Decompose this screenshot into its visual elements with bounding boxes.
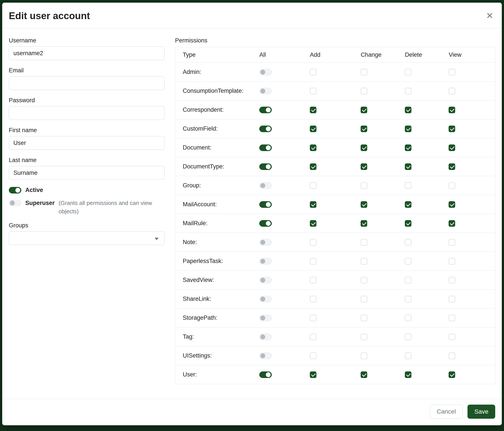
permission-add-checkbox[interactable] bbox=[310, 315, 316, 321]
permission-view-checkbox[interactable] bbox=[449, 371, 455, 378]
permission-all-toggle[interactable] bbox=[259, 258, 272, 265]
permission-change-checkbox[interactable] bbox=[361, 239, 367, 246]
permission-change-checkbox[interactable] bbox=[361, 296, 367, 302]
permission-all-toggle[interactable] bbox=[259, 88, 272, 94]
permission-add-checkbox[interactable] bbox=[310, 277, 316, 283]
permission-delete-checkbox[interactable] bbox=[405, 201, 411, 208]
permission-type-label: Document: bbox=[175, 138, 260, 157]
cancel-button[interactable]: Cancel bbox=[430, 405, 463, 419]
email-field[interactable] bbox=[9, 76, 164, 90]
permission-add-checkbox[interactable] bbox=[310, 352, 316, 359]
permission-add-checkbox[interactable] bbox=[310, 126, 316, 132]
permission-change-checkbox[interactable] bbox=[361, 333, 367, 340]
permission-row: MailRule: bbox=[175, 214, 495, 233]
permission-delete-checkbox[interactable] bbox=[405, 182, 411, 189]
permission-all-toggle[interactable] bbox=[259, 277, 272, 283]
permission-delete-checkbox[interactable] bbox=[405, 163, 411, 170]
permission-add-checkbox[interactable] bbox=[310, 220, 316, 227]
permission-view-checkbox[interactable] bbox=[449, 258, 455, 265]
permission-change-checkbox[interactable] bbox=[361, 144, 367, 151]
permission-view-checkbox[interactable] bbox=[449, 107, 455, 113]
username-input[interactable] bbox=[9, 46, 164, 60]
permission-change-checkbox[interactable] bbox=[361, 258, 367, 265]
permission-view-checkbox[interactable] bbox=[449, 220, 455, 227]
permission-delete-checkbox[interactable] bbox=[405, 126, 411, 132]
save-button[interactable]: Save bbox=[468, 405, 495, 419]
permission-type-label: CustomField: bbox=[175, 119, 260, 138]
permission-add-checkbox[interactable] bbox=[310, 201, 316, 208]
permission-view-checkbox[interactable] bbox=[449, 315, 455, 321]
close-button[interactable]: × bbox=[486, 10, 493, 20]
last-name-input[interactable] bbox=[9, 166, 164, 180]
permission-all-toggle[interactable] bbox=[259, 182, 272, 189]
permission-all-toggle[interactable] bbox=[259, 371, 272, 378]
superuser-toggle[interactable] bbox=[9, 200, 21, 206]
permission-view-checkbox[interactable] bbox=[449, 277, 455, 283]
permission-all-toggle[interactable] bbox=[259, 126, 272, 132]
password-field[interactable] bbox=[9, 106, 164, 120]
permission-delete-checkbox[interactable] bbox=[405, 69, 411, 75]
permission-delete-checkbox[interactable] bbox=[405, 315, 411, 321]
permission-all-toggle[interactable] bbox=[259, 239, 272, 246]
permission-view-checkbox[interactable] bbox=[449, 182, 455, 189]
permission-add-checkbox[interactable] bbox=[310, 333, 316, 340]
permission-change-checkbox[interactable] bbox=[361, 371, 367, 378]
permission-change-checkbox[interactable] bbox=[361, 315, 367, 321]
permission-view-checkbox[interactable] bbox=[449, 69, 455, 75]
permission-delete-checkbox[interactable] bbox=[405, 239, 411, 246]
permission-all-toggle[interactable] bbox=[259, 220, 272, 227]
permission-add-checkbox[interactable] bbox=[310, 144, 316, 151]
permission-add-checkbox[interactable] bbox=[310, 371, 316, 378]
permission-view-checkbox[interactable] bbox=[449, 333, 455, 340]
permission-delete-checkbox[interactable] bbox=[405, 352, 411, 359]
permission-change-checkbox[interactable] bbox=[361, 126, 367, 132]
permission-all-toggle[interactable] bbox=[259, 201, 272, 208]
permission-change-checkbox[interactable] bbox=[361, 201, 367, 208]
permission-all-toggle[interactable] bbox=[259, 352, 272, 359]
groups-select[interactable] bbox=[9, 231, 164, 245]
permission-delete-checkbox[interactable] bbox=[405, 88, 411, 94]
permission-change-checkbox[interactable] bbox=[361, 220, 367, 227]
permission-change-checkbox[interactable] bbox=[361, 277, 367, 283]
permission-all-toggle[interactable] bbox=[259, 315, 272, 321]
permission-all-toggle[interactable] bbox=[259, 296, 272, 302]
permission-change-checkbox[interactable] bbox=[361, 69, 367, 75]
permission-view-checkbox[interactable] bbox=[449, 126, 455, 132]
first-name-input[interactable] bbox=[9, 136, 164, 150]
permission-change-checkbox[interactable] bbox=[361, 88, 367, 94]
permission-change-checkbox[interactable] bbox=[361, 107, 367, 113]
permission-view-checkbox[interactable] bbox=[449, 352, 455, 359]
permission-add-checkbox[interactable] bbox=[310, 258, 316, 265]
permission-all-toggle[interactable] bbox=[259, 144, 272, 151]
permission-view-checkbox[interactable] bbox=[449, 239, 455, 246]
permission-delete-checkbox[interactable] bbox=[405, 277, 411, 283]
permission-add-checkbox[interactable] bbox=[310, 88, 316, 94]
permission-view-checkbox[interactable] bbox=[449, 201, 455, 208]
permission-view-checkbox[interactable] bbox=[449, 144, 455, 151]
permission-add-checkbox[interactable] bbox=[310, 296, 316, 302]
permission-delete-checkbox[interactable] bbox=[405, 371, 411, 378]
permission-add-checkbox[interactable] bbox=[310, 163, 316, 170]
permission-view-checkbox[interactable] bbox=[449, 296, 455, 302]
permission-change-checkbox[interactable] bbox=[361, 352, 367, 359]
permission-view-checkbox[interactable] bbox=[449, 163, 455, 170]
permission-change-checkbox[interactable] bbox=[361, 182, 367, 189]
permission-delete-checkbox[interactable] bbox=[405, 333, 411, 340]
permission-change-checkbox[interactable] bbox=[361, 163, 367, 170]
permission-delete-checkbox[interactable] bbox=[405, 144, 411, 151]
permission-add-checkbox[interactable] bbox=[310, 182, 316, 189]
permission-all-toggle[interactable] bbox=[259, 163, 272, 170]
permission-delete-checkbox[interactable] bbox=[405, 220, 411, 227]
permission-delete-checkbox[interactable] bbox=[405, 296, 411, 302]
permission-view-checkbox[interactable] bbox=[449, 88, 455, 94]
permission-all-toggle[interactable] bbox=[259, 69, 272, 75]
permission-all-toggle[interactable] bbox=[259, 107, 272, 113]
permission-type-label: DocumentType: bbox=[175, 157, 260, 176]
permission-add-checkbox[interactable] bbox=[310, 69, 316, 75]
permission-all-toggle[interactable] bbox=[259, 333, 272, 340]
active-toggle[interactable] bbox=[9, 187, 21, 194]
permission-delete-checkbox[interactable] bbox=[405, 258, 411, 265]
permission-add-checkbox[interactable] bbox=[310, 239, 316, 246]
permission-add-checkbox[interactable] bbox=[310, 107, 316, 113]
permission-delete-checkbox[interactable] bbox=[405, 107, 411, 113]
